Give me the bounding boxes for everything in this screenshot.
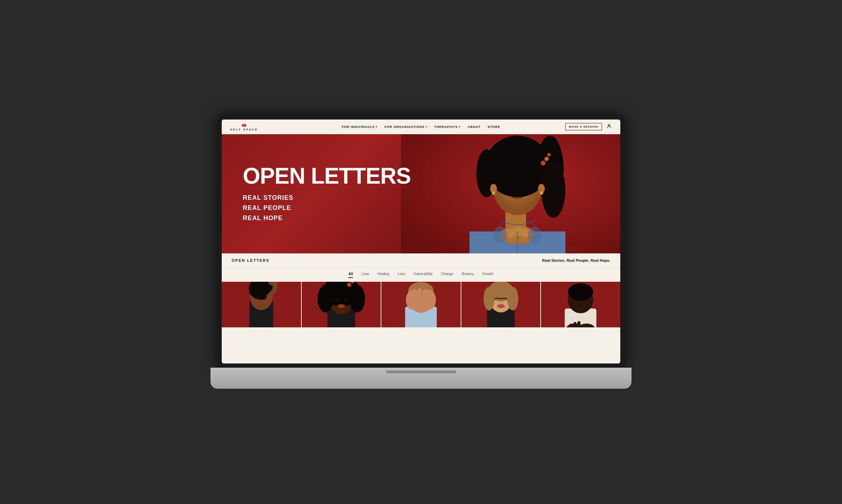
svg-point-19 (541, 163, 565, 218)
logo-icon: 👄 (241, 123, 247, 128)
filter-tab-healing[interactable]: Healing (377, 272, 389, 278)
laptop-base (210, 368, 632, 389)
svg-rect-58 (418, 288, 422, 295)
svg-point-38 (264, 295, 267, 298)
nav-store[interactable]: STORE (488, 125, 500, 129)
svg-point-68 (497, 304, 505, 308)
user-account-icon[interactable] (606, 123, 612, 130)
hero-title: OPEN LETTERS (243, 165, 411, 187)
section-title: OPEN LETTERS (232, 258, 269, 263)
svg-point-49 (337, 304, 345, 308)
screen-content: 👄 SELF SPACE FOR INDIVIDUALS ▾ FOR ORGAN… (222, 120, 620, 363)
svg-point-21 (541, 161, 546, 165)
filter-tab-vulnerability[interactable]: Vulnerability (414, 272, 433, 278)
photo-card-1[interactable] (222, 282, 301, 327)
chevron-down-icon: ▾ (376, 125, 377, 128)
logo[interactable]: 👄 SELF SPACE (230, 123, 258, 131)
svg-point-44 (349, 285, 365, 313)
svg-point-30 (528, 226, 541, 244)
photo-card-3[interactable] (381, 282, 461, 327)
screen-bezel: 👄 SELF SPACE FOR INDIVIDUALS ▾ FOR ORGAN… (218, 115, 624, 368)
svg-rect-60 (427, 290, 431, 297)
svg-point-22 (544, 157, 549, 161)
photo-card-2[interactable] (302, 282, 381, 327)
laptop-frame: 👄 SELF SPACE FOR INDIVIDUALS ▾ FOR ORGAN… (210, 115, 632, 389)
svg-point-37 (256, 295, 259, 298)
hero-portrait (401, 134, 620, 253)
svg-point-45 (347, 283, 351, 287)
svg-point-29 (494, 226, 507, 244)
svg-rect-78 (577, 321, 581, 327)
filter-tab-change[interactable]: Change (441, 272, 453, 278)
filter-tab-all[interactable]: All (348, 272, 353, 278)
filter-tab-bravery[interactable]: Bravery (462, 272, 474, 278)
nav-therapists[interactable]: THERAPISTS ▾ (434, 125, 461, 129)
svg-point-65 (483, 287, 495, 311)
filter-tab-love[interactable]: Love (361, 272, 369, 278)
svg-point-27 (540, 191, 543, 195)
hero-subtitle: REAL STORIES REAL PEOPLE REAL HOPE (243, 193, 411, 223)
hero-text-block: OPEN LETTERS REAL STORIES REAL PEOPLE RE… (243, 165, 411, 223)
svg-rect-57 (413, 289, 417, 296)
site-navigation: 👄 SELF SPACE FOR INDIVIDUALS ▾ FOR ORGAN… (222, 120, 620, 134)
svg-point-0 (608, 124, 610, 126)
filter-tab-growth[interactable]: Growth (482, 272, 493, 278)
svg-point-43 (318, 285, 333, 313)
svg-point-26 (492, 191, 495, 195)
svg-point-48 (344, 298, 348, 301)
svg-point-67 (499, 302, 503, 304)
photo-card-5[interactable] (541, 282, 620, 327)
svg-rect-77 (574, 322, 577, 327)
photo-card-4[interactable] (461, 282, 541, 327)
svg-rect-59 (422, 289, 426, 296)
svg-point-47 (334, 298, 338, 301)
nav-for-individuals[interactable]: FOR INDIVIDUALS ▾ (342, 125, 377, 129)
section-header: OPEN LETTERS Real Stories. Real People. … (222, 253, 620, 268)
section-tagline: Real Stories. Real People. Real Hope. (542, 258, 610, 263)
book-session-button[interactable]: BOOK A SESSION (565, 123, 602, 130)
hero-section: OPEN LETTERS REAL STORIES REAL PEOPLE RE… (222, 134, 620, 253)
chevron-down-icon: ▾ (459, 125, 461, 128)
content-section: OPEN LETTERS Real Stories. Real People. … (222, 253, 620, 327)
filter-tabs-row: All Love Healing Loss Vulnerability Chan… (222, 268, 620, 282)
photo-grid (222, 282, 620, 327)
svg-point-23 (547, 153, 551, 157)
nav-for-organisations[interactable]: FOR ORGANISATIONS ▾ (385, 125, 427, 129)
filter-tab-loss[interactable]: Loss (398, 272, 405, 278)
nav-about[interactable]: ABOUT (468, 125, 481, 129)
svg-point-66 (507, 287, 519, 311)
svg-rect-76 (570, 323, 573, 327)
logo-text: SELF SPACE (230, 128, 258, 131)
nav-right-group: BOOK A SESSION (565, 123, 612, 130)
chevron-down-icon: ▾ (426, 125, 427, 128)
svg-rect-56 (408, 290, 412, 297)
nav-links-group: FOR INDIVIDUALS ▾ FOR ORGANISATIONS ▾ TH… (342, 125, 500, 129)
